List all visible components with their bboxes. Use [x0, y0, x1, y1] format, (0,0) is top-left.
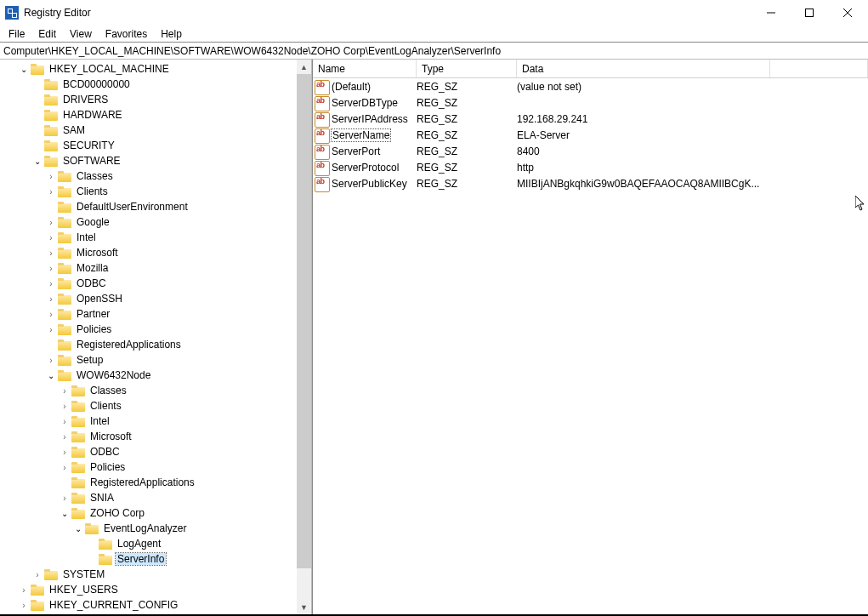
chevron-down-icon[interactable]: ⌄	[44, 368, 58, 382]
tree-item[interactable]: ›Microsoft	[0, 245, 297, 260]
tree-item[interactable]: ›DefaultUserEnvironment	[0, 199, 297, 214]
tree-item[interactable]: ⌄SOFTWARE	[0, 153, 297, 168]
tree-item[interactable]: ›Clients	[0, 398, 297, 414]
column-name[interactable]: Name	[313, 60, 417, 77]
chevron-right-icon[interactable]: ›	[44, 246, 58, 260]
tree-item[interactable]: ›Classes	[0, 168, 297, 184]
tree-item[interactable]: ⌄EventLogAnalyzer	[0, 521, 297, 536]
chevron-right-icon[interactable]: ›	[17, 583, 31, 596]
tree-item[interactable]: ⌄HKEY_LOCAL_MACHINE	[0, 61, 297, 77]
chevron-right-icon[interactable]: ›	[44, 353, 58, 367]
tree-item-label: Microsoft	[75, 247, 120, 259]
menu-help[interactable]: Help	[154, 26, 189, 42]
column-data[interactable]: Data	[517, 60, 770, 77]
chevron-down-icon[interactable]: ⌄	[17, 62, 31, 76]
tree-item[interactable]: ›ODBC	[0, 276, 297, 291]
column-type[interactable]: Type	[417, 60, 517, 77]
tree-item[interactable]: ›Policies	[0, 459, 297, 475]
chevron-right-icon[interactable]: ›	[44, 307, 58, 321]
tree-item[interactable]: ›Google	[0, 214, 297, 230]
folder-icon	[58, 263, 71, 274]
menu-view[interactable]: View	[63, 26, 99, 42]
folder-icon	[31, 64, 44, 75]
chevron-right-icon[interactable]: ›	[44, 277, 58, 290]
tree-item[interactable]: ›Policies	[0, 322, 297, 337]
tree-item[interactable]: ›HKEY_CURRENT_CONFIG	[0, 597, 297, 613]
tree-item[interactable]: ⌄ZOHO Corp	[0, 505, 297, 521]
tree-item-label: Clients	[75, 185, 110, 197]
menu-file[interactable]: File	[2, 26, 31, 42]
tree-item[interactable]: ›SNIA	[0, 490, 297, 505]
chevron-right-icon[interactable]: ›	[31, 568, 44, 581]
tree-item[interactable]: ›SYSTEM	[0, 567, 297, 582]
tree-item[interactable]: ⌄WOW6432Node	[0, 368, 297, 383]
address-bar[interactable]: Computer\HKEY_LOCAL_MACHINE\SOFTWARE\WOW…	[0, 43, 868, 60]
value-row[interactable]: ServerProtocolREG_SZhttp	[313, 159, 868, 175]
chevron-right-icon[interactable]: ›	[17, 598, 31, 612]
tree-item[interactable]: ›LogAgent	[0, 536, 297, 551]
tree-item[interactable]: ›Classes	[0, 383, 297, 398]
value-row[interactable]: ServerIPAddressREG_SZ192.168.29.241	[313, 111, 868, 127]
titlebar[interactable]: Registry Editor	[0, 0, 868, 26]
tree-item[interactable]: ›ServerInfo	[0, 551, 297, 567]
tree-pane: ⌄HKEY_LOCAL_MACHINE›BCD00000000›DRIVERS›…	[0, 60, 312, 614]
tree-item[interactable]: ›BCD00000000	[0, 77, 297, 92]
tree-item-label: Clients	[88, 400, 123, 412]
tree-item[interactable]: ›RegisteredApplications	[0, 337, 297, 352]
tree-item-label: SNIA	[88, 492, 116, 504]
tree-item[interactable]: ›Intel	[0, 414, 297, 429]
scroll-thumb[interactable]	[297, 74, 311, 568]
close-button[interactable]	[828, 0, 866, 26]
tree-item[interactable]: ›HARDWARE	[0, 107, 297, 123]
value-row[interactable]: ServerPortREG_SZ8400	[313, 143, 868, 159]
chevron-down-icon[interactable]: ⌄	[71, 522, 85, 535]
maximize-button[interactable]	[790, 0, 828, 26]
tree-item[interactable]: ›Intel	[0, 230, 297, 245]
chevron-right-icon[interactable]: ›	[58, 491, 71, 505]
chevron-right-icon[interactable]: ›	[58, 414, 71, 428]
chevron-right-icon[interactable]: ›	[44, 231, 58, 244]
tree-item[interactable]: ›HKEY_USERS	[0, 582, 297, 597]
chevron-right-icon[interactable]: ›	[44, 169, 58, 183]
menu-edit[interactable]: Edit	[31, 26, 63, 42]
string-value-icon	[315, 145, 328, 158]
chevron-right-icon[interactable]: ›	[44, 215, 58, 229]
chevron-down-icon[interactable]: ⌄	[31, 154, 44, 168]
tree-item[interactable]: ›DRIVERS	[0, 92, 297, 107]
chevron-down-icon[interactable]: ⌄	[58, 506, 71, 520]
menu-favorites[interactable]: Favorites	[99, 26, 154, 42]
value-row[interactable]: ServerDBTypeREG_SZ	[313, 94, 868, 111]
value-row[interactable]: ServerPublicKeyREG_SZMIIBIjANBgkqhkiG9w0…	[313, 175, 868, 191]
tree-item[interactable]: ›Partner	[0, 306, 297, 322]
minimize-button[interactable]	[752, 0, 790, 26]
tree-scrollbar[interactable]: ▲ ▼	[297, 60, 311, 614]
chevron-right-icon[interactable]: ›	[58, 445, 71, 459]
value-row[interactable]: ServerNameREG_SZELA-Server	[313, 127, 868, 143]
tree-item[interactable]: ›Setup	[0, 352, 297, 368]
svg-rect-1	[805, 9, 813, 17]
chevron-right-icon[interactable]: ›	[44, 185, 58, 198]
tree-item[interactable]: ›SECURITY	[0, 138, 297, 153]
chevron-right-icon[interactable]: ›	[58, 430, 71, 443]
value-row[interactable]: (Default)REG_SZ(value not set)	[313, 78, 868, 94]
tree-item[interactable]: ›Mozilla	[0, 260, 297, 276]
chevron-right-icon[interactable]: ›	[58, 399, 71, 413]
scroll-track[interactable]	[297, 74, 311, 600]
tree-item[interactable]: ›ODBC	[0, 444, 297, 459]
chevron-right-icon[interactable]: ›	[58, 460, 71, 474]
tree-item[interactable]: ›OpenSSH	[0, 291, 297, 306]
tree-item[interactable]: ›RegisteredApplications	[0, 475, 297, 490]
tree-item[interactable]: ›Clients	[0, 184, 297, 199]
scroll-down-button[interactable]: ▼	[297, 600, 311, 614]
chevron-right-icon[interactable]: ›	[44, 292, 58, 305]
tree-item-label: ODBC	[88, 446, 122, 458]
tree-item-label: Mozilla	[75, 262, 110, 274]
scroll-up-button[interactable]: ▲	[297, 60, 311, 74]
chevron-right-icon[interactable]: ›	[44, 322, 58, 336]
tree-item[interactable]: ›Microsoft	[0, 429, 297, 444]
tree-item[interactable]: ›SAM	[0, 123, 297, 138]
string-value-icon	[315, 177, 328, 191]
chevron-right-icon[interactable]: ›	[44, 261, 58, 275]
tree-item-label: HARDWARE	[61, 109, 124, 121]
chevron-right-icon[interactable]: ›	[58, 384, 71, 397]
